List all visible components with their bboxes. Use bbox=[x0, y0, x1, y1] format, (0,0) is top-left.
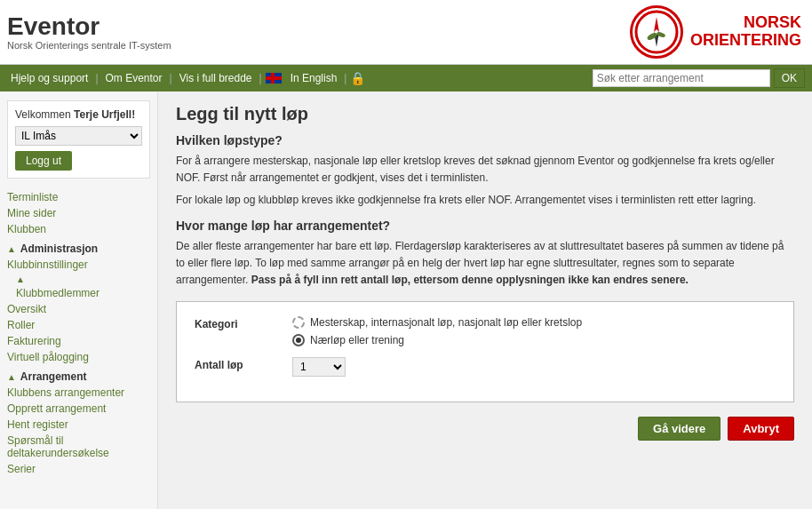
section1-para2: For lokale løp og klubbløp kreves ikke g… bbox=[176, 192, 794, 209]
header-logo: NORSK ORIENTERING bbox=[630, 5, 801, 59]
nav-hjelp[interactable]: Hjelp og support bbox=[7, 70, 92, 86]
radio2-label[interactable]: Nærløp eller trening bbox=[292, 334, 582, 346]
nav-om[interactable]: Om Eventor bbox=[102, 70, 166, 86]
sidebar-item-klubbmedlemmer[interactable]: Klubbmedlemmer bbox=[16, 285, 150, 301]
sidebar-section-admin: ▲ Administrasjon bbox=[7, 243, 150, 255]
welcome-prefix: Velkommen bbox=[15, 108, 74, 121]
section2-para: De aller fleste arrangementer har bare e… bbox=[176, 238, 794, 290]
radio2-filled bbox=[292, 334, 305, 346]
logo-svg bbox=[634, 10, 679, 54]
page-title: Legg til nytt løp bbox=[176, 104, 794, 124]
sep3: | bbox=[259, 72, 262, 84]
avbryt-button[interactable]: Avbryt bbox=[728, 417, 794, 441]
antall-controls: 1 2 3 4 5 bbox=[292, 357, 346, 377]
kategori-controls: Mesterskap, internasjonalt løp, nasjonal… bbox=[292, 316, 582, 346]
radio1-dashed bbox=[292, 316, 305, 329]
ga-videre-button[interactable]: Gå videre bbox=[638, 417, 720, 441]
nav-fullbredde[interactable]: Vis i full bredde bbox=[176, 70, 256, 86]
arrow-icon-arrangement: ▲ bbox=[7, 372, 16, 382]
arrow-icon-klubb: ▲ bbox=[16, 274, 25, 284]
logout-button[interactable]: Logg ut bbox=[15, 151, 72, 171]
radio1-text: Mesterskap, internasjonalt løp, nasjonal… bbox=[310, 316, 582, 329]
search-button[interactable]: OK bbox=[774, 68, 805, 88]
sidebar-item-hent[interactable]: Hent register bbox=[7, 417, 150, 433]
sidebar-item-sporsmal[interactable]: Spørsmål til deltakerundersøkelse bbox=[7, 433, 150, 461]
sidebar-section-arrangement: ▲ Arrangement bbox=[7, 370, 150, 383]
kategori-row: Kategori Mesterskap, internasjonalt løp,… bbox=[195, 316, 776, 346]
section2-title: Hvor mange løp har arrangementet? bbox=[176, 219, 794, 233]
sidebar-item-klubbens[interactable]: Klubbens arrangementer bbox=[7, 385, 150, 401]
header-left: Eventor Norsk Orienterings sentrale IT-s… bbox=[7, 13, 171, 52]
sep2: | bbox=[170, 72, 172, 84]
sidebar-item-minesider[interactable]: Mine sider bbox=[7, 205, 150, 221]
flag-icon bbox=[266, 73, 282, 84]
sidebar: Velkommen Terje Urfjell! IL Imås Logg ut… bbox=[0, 91, 158, 509]
antall-row: Antall løp 1 2 3 4 5 bbox=[195, 357, 776, 377]
sidebar-item-oversikt[interactable]: Oversikt bbox=[7, 301, 150, 317]
sidebar-item-klubben[interactable]: Klubben bbox=[7, 221, 150, 237]
nav-english[interactable]: In English bbox=[287, 70, 341, 86]
sidebar-item-virtuell[interactable]: Virtuell pålogging bbox=[7, 349, 150, 365]
layout: Velkommen Terje Urfjell! IL Imås Logg ut… bbox=[0, 91, 812, 509]
sidebar-item-terminliste[interactable]: Terminliste bbox=[7, 189, 150, 205]
main-content: Legg til nytt løp Hvilken løpstype? For … bbox=[158, 91, 812, 509]
sidebar-nav: Terminliste Mine sider Klubben ▲ Adminis… bbox=[7, 189, 150, 477]
sep1: | bbox=[95, 72, 98, 84]
radio2-text: Nærløp eller trening bbox=[310, 334, 404, 346]
search-input[interactable] bbox=[593, 69, 770, 87]
welcome-name: Terje Urfjell! bbox=[74, 108, 135, 121]
sep4: | bbox=[344, 72, 346, 84]
sidebar-item-roller[interactable]: Roller bbox=[7, 317, 150, 333]
sidebar-item-klubbmedlemmer-container: ▲ Klubbmedlemmer bbox=[7, 273, 150, 301]
club-select[interactable]: IL Imås bbox=[15, 126, 142, 146]
search-area: OK bbox=[593, 68, 805, 88]
radio1-label[interactable]: Mesterskap, internasjonalt løp, nasjonal… bbox=[292, 316, 582, 329]
button-row: Gå videre Avbryt bbox=[176, 417, 794, 441]
kategori-label: Kategori bbox=[195, 316, 275, 330]
header: Eventor Norsk Orienterings sentrale IT-s… bbox=[0, 0, 812, 65]
sidebar-item-fakturering[interactable]: Fakturering bbox=[7, 333, 150, 349]
navbar: Hjelp og support | Om Eventor | Vis i fu… bbox=[0, 65, 812, 91]
welcome-box: Velkommen Terje Urfjell! IL Imås Logg ut bbox=[7, 100, 150, 179]
welcome-text: Velkommen Terje Urfjell! bbox=[15, 108, 142, 121]
sidebar-item-opprett[interactable]: Opprett arrangement bbox=[7, 401, 150, 417]
app-title: Eventor bbox=[7, 13, 171, 41]
antall-select[interactable]: 1 2 3 4 5 bbox=[292, 357, 346, 377]
section1-title: Hvilken løpstype? bbox=[176, 133, 794, 147]
form-box: Kategori Mesterskap, internasjonalt løp,… bbox=[176, 301, 794, 402]
app-subtitle: Norsk Orienterings sentrale IT-system bbox=[7, 40, 171, 51]
logo-text: NORSK ORIENTERING bbox=[690, 14, 801, 50]
sidebar-item-klubbinnstillinger[interactable]: Klubbinnstillinger bbox=[7, 257, 150, 273]
arrow-icon-admin: ▲ bbox=[7, 244, 16, 254]
lock-icon: 🔒 bbox=[350, 71, 365, 85]
logo-emblem bbox=[630, 5, 683, 59]
sidebar-item-serier[interactable]: Serier bbox=[7, 461, 150, 477]
antall-label: Antall løp bbox=[195, 357, 275, 371]
section2-bold: Pass på å fyll inn rett antall løp, ette… bbox=[251, 274, 689, 286]
section1-para1: For å arrangere mesterskap, nasjonale lø… bbox=[176, 153, 794, 187]
